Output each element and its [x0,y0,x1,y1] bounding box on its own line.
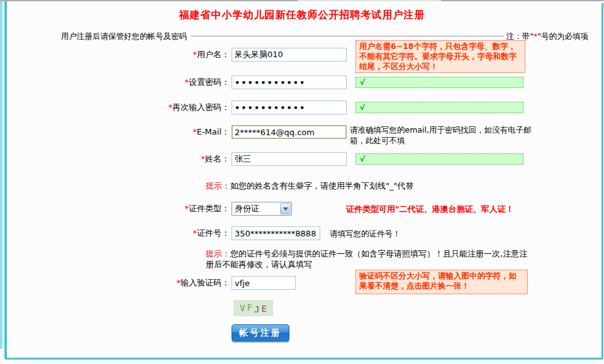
captcha-hint-box: 验证码不区分大小写，请输入图中的字符，如果看不清楚，点击图片换一张！ [355,270,528,294]
cert-no-label: *证件号： [61,228,230,239]
password-confirm-status-box: √ [355,102,523,113]
captcha-char: F [247,302,252,312]
window-left-border-inner [4,1,7,358]
password-confirm-row: *再次输入密码： [61,100,347,115]
window-left-border-outer [0,1,3,349]
registration-window: 福建省中小学幼儿园新任教师公开招聘考试用户注册 用户注册后请保管好您的帐号及密码… [0,0,604,364]
captcha-char: J [254,304,259,314]
username-row: *用户名： [61,47,347,62]
header-divider [191,36,504,36]
window-right-border [601,3,603,360]
window-bottom-border [4,358,603,360]
cert-type-label: *证件类型： [61,203,230,214]
captcha-char: V [240,303,245,313]
cert-no-input[interactable] [232,226,320,240]
password-label: *设置密码： [61,77,230,88]
password-row: *设置密码： [61,75,347,90]
name-label: *姓名： [61,153,230,165]
cert-type-select[interactable]: 身份证 [232,202,292,216]
name-tip: 提示：如您的姓名含有生僻字，请使用半角下划线"_"代替 [206,180,413,191]
password-confirm-input[interactable] [232,101,347,114]
chevron-down-icon[interactable] [280,203,291,214]
cert-no-hint: 请填写您的证件号！ [330,228,401,239]
email-input[interactable] [232,125,347,139]
username-hint-box: 用户名需6~18个字符，只包含字母、数字，不能有其它字符。要求字母开头，字母和数… [355,40,525,73]
email-row: *E-Mail： [61,124,347,140]
cert-type-row: *证件类型： 身份证 [61,201,292,216]
captcha-char: E [261,304,266,314]
captcha-input[interactable] [232,276,296,290]
check-icon: √ [360,103,366,112]
cert-type-selected-value: 身份证 [232,203,280,214]
cert-type-hint: 证件类型可用"二代证、港澳台胞证、军人证！ [346,204,514,215]
name-row: *姓名： [61,152,347,167]
password-confirm-label: *再次输入密码： [61,102,230,113]
name-input[interactable] [232,152,347,166]
name-status-box: √ [355,153,523,165]
window-top-border-light [298,0,441,1]
header-left-text: 用户注册后请保管好您的帐号及密码 [61,31,187,42]
password-input[interactable] [232,75,347,89]
check-icon: √ [360,78,366,87]
check-icon: √ [360,155,366,163]
email-hint: 请准确填写您的email,用于密码找回，如没有电子邮箱，此处可不填 [350,124,534,146]
captcha-label: *输入验证码： [61,277,230,289]
captcha-row: *输入验证码： [61,275,296,290]
cert-no-tip: 提示：您的证件号必须与提供的证件一致（如含字母请照填写）！且只能注册一次,注意注… [206,248,533,270]
username-input[interactable] [232,48,347,62]
password-status-box: √ [355,77,523,88]
cert-no-row: *证件号： [61,226,320,241]
email-label: *E-Mail： [61,126,230,138]
username-label: *用户名： [61,49,230,60]
page-title: 福建省中小学幼儿园新任教师公开招聘考试用户注册 [0,9,604,22]
captcha-image[interactable]: V F J E [233,300,273,316]
register-button[interactable]: 帐号注册 [232,324,289,341]
